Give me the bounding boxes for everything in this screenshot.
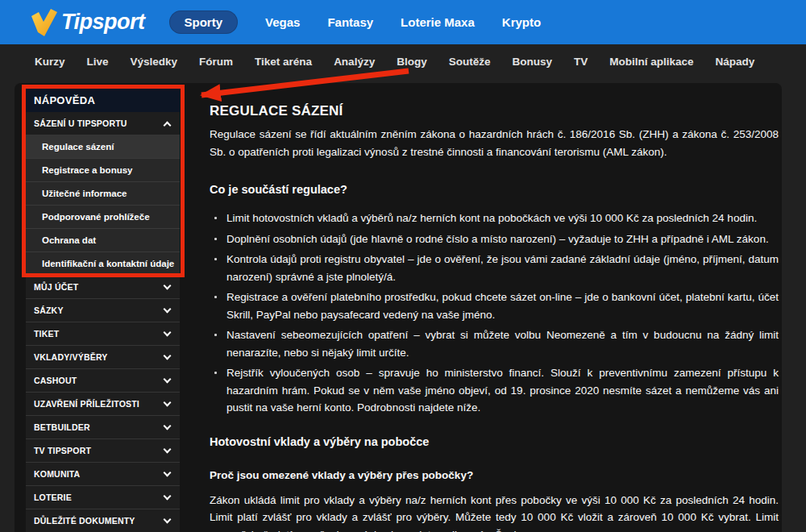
brand-name: Tipsport	[61, 10, 145, 35]
sidebar-section-cashout[interactable]: CASHOUT	[26, 369, 180, 393]
sidebar-section-komunita[interactable]: KOMUNITA	[26, 463, 180, 486]
chevron-down-icon	[164, 281, 172, 289]
sidebar-item-identifikacni-a-kontaktni-udaje[interactable]: Identifikační a kontaktní údaje	[26, 252, 180, 276]
chevron-down-icon	[164, 398, 172, 406]
sidebar-item-regulace-sazeni[interactable]: Regulace sázení	[26, 135, 180, 159]
sidebar-section-loterie[interactable]: LOTERIE	[26, 486, 180, 509]
chevron-down-icon	[164, 351, 172, 360]
sidebar-section-betbuilder[interactable]: BETBUILDER	[26, 416, 180, 439]
sidebar-section-dulezite-dokumenty[interactable]: DŮLEŽITÉ DOKUMENTY	[26, 509, 180, 532]
sidebar-section-sazeni-u-tipsportu[interactable]: SÁZENÍ U TIPSPORTU	[26, 112, 180, 135]
nav-tiket-arena[interactable]: Tiket aréna	[255, 56, 312, 68]
chevron-down-icon	[164, 445, 172, 453]
regulace-bullet-list: Limit hotovostních vkladů a výběrů na/z …	[210, 210, 779, 417]
page-title: REGULACE SÁZENÍ	[210, 103, 779, 119]
nav-bonusy[interactable]: Bonusy	[512, 56, 552, 68]
sidebar-section-tiket[interactable]: TIKET	[26, 322, 180, 346]
pobocka-question: Proč jsou omezené vklady a výběry přes p…	[210, 468, 779, 482]
top-header: Tipsport Sporty Vegas Fantasy Loterie Ma…	[0, 0, 806, 44]
nav-mobilni-aplikace[interactable]: Mobilní aplikace	[609, 56, 693, 68]
nav-analyzy[interactable]: Analýzy	[334, 56, 375, 68]
nav-napady[interactable]: Nápady	[716, 56, 755, 68]
topnav-sporty[interactable]: Sporty	[169, 10, 239, 34]
sidebar-section-muj-ucet[interactable]: MŮJ ÚČET	[26, 276, 180, 299]
topnav-fantasy[interactable]: Fantasy	[327, 15, 373, 29]
topnav-vegas[interactable]: Vegas	[265, 15, 300, 29]
sidebar-item-ochrana-dat[interactable]: Ochrana dat	[26, 229, 180, 252]
sidebar-item-uzitecne-informace[interactable]: Užitečné informace	[26, 182, 180, 206]
chevron-up-icon	[164, 121, 172, 129]
bullet-item: Limit hotovostních vkladů a výběrů na/z …	[210, 210, 779, 227]
tipsport-check-icon	[31, 7, 58, 38]
pobocka-paragraph: Zákon ukládá limit pro vklady a výběry n…	[210, 492, 779, 532]
article: REGULACE SÁZENÍ Regulace sázení se řídí …	[210, 103, 779, 532]
nav-vysledky[interactable]: Výsledky	[131, 56, 178, 68]
nav-tv[interactable]: TV	[574, 56, 588, 68]
bullet-item: Registrace a ověření platebního prostřed…	[210, 289, 779, 323]
sidebar-item-podporovane-prohlizece[interactable]: Podporované prohlížeče	[26, 206, 180, 229]
chevron-down-icon	[164, 422, 172, 430]
chevron-down-icon	[164, 515, 172, 523]
chevron-down-icon	[164, 375, 172, 383]
regulace-heading: Co je součástí regulace?	[210, 182, 779, 197]
intro-paragraph: Regulace sázení se řídí aktuálním zněním…	[210, 126, 779, 161]
help-sidebar: NÁPOVĚDA SÁZENÍ U TIPSPORTU Regulace sáz…	[26, 89, 180, 532]
pobocka-heading: Hotovostní vklady a výběry na pobočce	[210, 434, 779, 449]
bullet-item: Rejstřík vyloučených osob – spravuje ho …	[210, 364, 779, 417]
sidebar-section-tv-tipsport[interactable]: TV TIPSPORT	[26, 439, 180, 463]
secondary-nav: Kurzy Live Výsledky Fórum Tiket aréna An…	[0, 44, 806, 78]
chevron-down-icon	[164, 468, 172, 476]
topnav-krypto[interactable]: Krypto	[502, 15, 541, 29]
sidebar-section-vklady-vybery[interactable]: VKLADY/VÝBĚRY	[26, 346, 180, 369]
sidebar-section-sazky[interactable]: SÁZKY	[26, 299, 180, 322]
nav-souteze[interactable]: Soutěže	[449, 56, 491, 68]
sidebar-item-registrace-a-bonusy[interactable]: Registrace a bonusy	[26, 159, 180, 182]
bullet-item: Kontrola údajů proti registru obyvatel –…	[210, 251, 779, 285]
topnav-loterie-maxa[interactable]: Loterie Maxa	[401, 15, 475, 29]
nav-kurzy[interactable]: Kurzy	[35, 56, 65, 68]
nav-forum[interactable]: Fórum	[199, 56, 233, 68]
chevron-down-icon	[164, 305, 172, 313]
chevron-down-icon	[164, 328, 172, 336]
nav-live[interactable]: Live	[87, 56, 109, 68]
chevron-down-icon	[164, 492, 172, 500]
bullet-item: Doplnění osobních údajů (jde hlavně o ro…	[210, 231, 779, 248]
tipsport-logo[interactable]: Tipsport	[31, 7, 145, 38]
primary-nav: Sporty Vegas Fantasy Loterie Maxa Krypto	[169, 10, 542, 34]
sidebar-section-uzavreni-prilezitosti[interactable]: UZAVŘENÍ PŘÍLEŽITOSTI	[26, 393, 180, 416]
bullet-item: Nastavení sebeomezujících opatření – vyb…	[210, 326, 779, 361]
sidebar-title: NÁPOVĚDA	[26, 89, 180, 112]
nav-blogy[interactable]: Blogy	[397, 56, 427, 68]
